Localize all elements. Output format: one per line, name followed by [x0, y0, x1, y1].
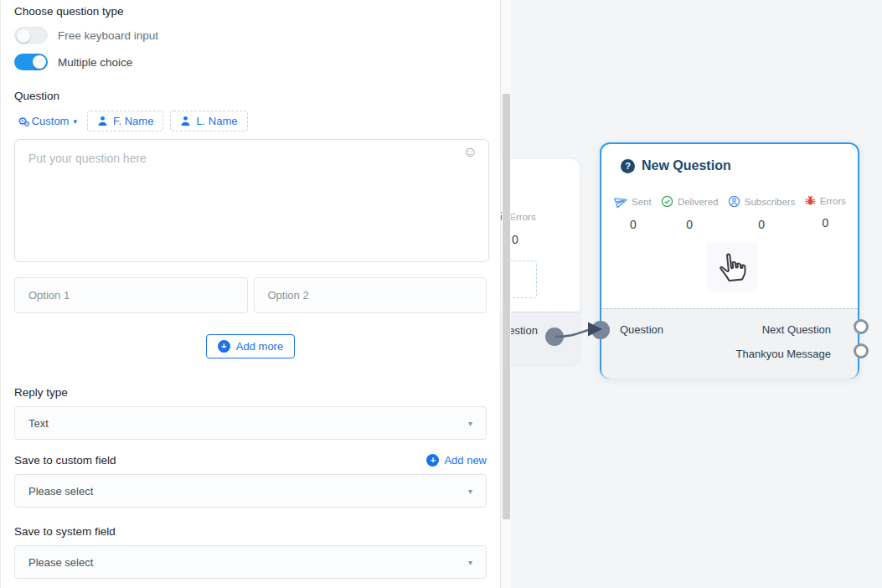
add-new-custom-field-link[interactable]: + Add new	[426, 454, 487, 467]
custom-field-select[interactable]: Please select ▾	[14, 474, 487, 508]
question-badge-icon: ?	[621, 159, 635, 173]
stat-label: Subscribers	[745, 197, 796, 207]
question-textarea[interactable]	[14, 139, 489, 262]
option-1-input[interactable]	[14, 277, 248, 313]
first-name-chip[interactable]: F. Name	[87, 111, 163, 132]
system-field-select[interactable]: Please select ▾	[14, 545, 487, 579]
send-icon	[613, 193, 629, 209]
node-header: ? New Question	[601, 144, 858, 173]
system-field-value: Please select	[28, 556, 93, 569]
panel-scrollbar[interactable]	[502, 0, 511, 588]
chevron-down-icon: ▾	[468, 558, 472, 567]
stat-errors: Errors 0	[805, 195, 846, 231]
add-more-label: Add more	[236, 340, 283, 353]
question-settings-panel: Choose question type Free keyboard input…	[0, 0, 501, 588]
add-new-label: Add new	[444, 454, 487, 467]
custom-label: Custom	[32, 115, 70, 127]
answer-options	[14, 277, 487, 313]
panel-scrollbar-thumb[interactable]	[503, 94, 510, 519]
chevron-down-icon: ▾	[468, 487, 472, 496]
bug-icon	[805, 195, 816, 206]
option-2-input[interactable]	[254, 277, 487, 313]
toggle-row-free-keyboard: Free keyboard input	[14, 26, 487, 44]
stat-sent: Sent 0	[615, 195, 652, 231]
save-system-field-label: Save to system field	[14, 525, 487, 538]
output-port-connected[interactable]	[545, 328, 564, 346]
reply-type-label: Reply type	[14, 386, 487, 399]
node-stats: Sent 0 Delivered 0 Subscribers	[601, 195, 858, 231]
chip-label: L. Name	[196, 115, 237, 127]
save-custom-field-label: Save to custom field	[14, 454, 116, 467]
stat-value: 0	[686, 218, 693, 231]
person-icon	[180, 116, 191, 126]
section-title-question-type: Choose question type	[14, 5, 487, 18]
reply-type-select[interactable]: Text ▾	[14, 406, 487, 440]
output-port-next-question[interactable]	[854, 319, 869, 334]
chip-label: F. Name	[113, 115, 153, 127]
toggle-row-multiple-choice: Multiple choice	[14, 53, 487, 71]
input-port-label: Question	[620, 323, 663, 336]
gears-icon: ⚙⚙	[18, 116, 28, 126]
plus-circle-icon: +	[218, 340, 230, 353]
stat-label: Errors	[820, 196, 846, 206]
stat-value: 0	[758, 218, 765, 231]
merge-tag-chips: ⚙⚙ Custom ▾ F. Name L. Name	[14, 110, 487, 132]
stat-label: Delivered	[678, 197, 719, 207]
stat-value: 0	[822, 216, 828, 230]
output-port-thankyou-message[interactable]	[854, 343, 869, 358]
stat-label: Sent	[632, 197, 652, 207]
person-icon	[97, 116, 108, 126]
output-label-next-question: Next Question	[762, 323, 831, 336]
question-section-label: Question	[14, 90, 487, 102]
node-title: New Question	[642, 158, 731, 173]
stat-label: Errors	[509, 212, 535, 222]
stat-delivered: Delivered 0	[661, 195, 719, 231]
hand-cursor-icon	[715, 250, 749, 284]
output-label-thankyou-message: Thankyou Message	[736, 348, 831, 360]
reply-type-value: Text	[28, 417, 49, 430]
stat-subscribers: Subscribers 0	[728, 195, 796, 231]
chevron-down-icon: ▾	[73, 117, 77, 126]
toggle-label: Multiple choice	[58, 56, 132, 69]
emoji-picker-icon[interactable]: ☺	[463, 145, 477, 159]
check-circle-icon	[661, 195, 673, 208]
stat-value: 0	[630, 218, 637, 231]
subscriber-icon	[728, 195, 740, 208]
question-input-wrap: ☺	[14, 139, 487, 266]
new-question-node[interactable]: ? New Question Sent 0 Delivered 0	[600, 142, 859, 379]
custom-field-value: Please select	[28, 485, 93, 498]
free-keyboard-toggle[interactable]	[14, 27, 48, 44]
toggle-label: Free keyboard input	[58, 29, 158, 42]
node-footer: Question Next Question Thankyou Message	[601, 308, 858, 379]
plus-circle-icon: +	[426, 454, 439, 467]
input-port[interactable]	[591, 321, 610, 339]
multiple-choice-toggle[interactable]	[14, 54, 48, 70]
custom-fields-dropdown[interactable]: ⚙⚙ Custom ▾	[14, 112, 80, 130]
chevron-down-icon: ▾	[468, 419, 472, 428]
add-more-button[interactable]: + Add more	[206, 334, 295, 358]
last-name-chip[interactable]: L. Name	[170, 111, 247, 132]
cursor-overlay	[707, 243, 757, 291]
